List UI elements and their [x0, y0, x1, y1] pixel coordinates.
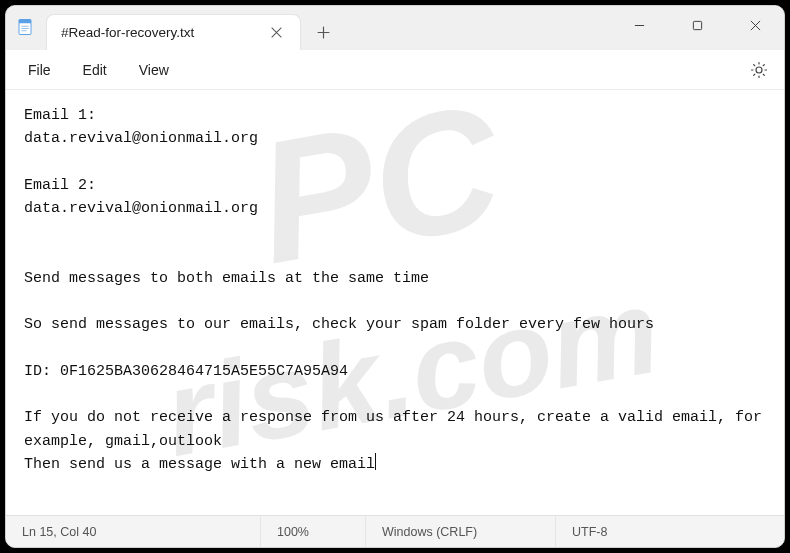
minimize-button[interactable]	[610, 6, 668, 44]
tab-title: #Read-for-recovery.txt	[61, 25, 262, 40]
text-editor[interactable]: Email 1: data.revival@onionmail.org Emai…	[6, 90, 784, 515]
tab-active[interactable]: #Read-for-recovery.txt	[46, 14, 301, 50]
document-text: Email 1: data.revival@onionmail.org Emai…	[24, 107, 771, 473]
svg-rect-5	[693, 21, 701, 29]
menu-file[interactable]: File	[14, 56, 65, 84]
close-icon	[750, 20, 761, 31]
new-tab-button[interactable]	[305, 14, 341, 50]
menu-edit[interactable]: Edit	[69, 56, 121, 84]
titlebar: #Read-for-recovery.txt	[6, 6, 784, 50]
statusbar: Ln 15, Col 40 100% Windows (CRLF) UTF-8	[6, 515, 784, 547]
text-caret	[375, 453, 376, 470]
maximize-icon	[692, 20, 703, 31]
svg-rect-1	[19, 20, 31, 24]
maximize-button[interactable]	[668, 6, 726, 44]
settings-button[interactable]	[742, 53, 776, 87]
status-zoom[interactable]: 100%	[261, 516, 366, 547]
plus-icon	[317, 26, 330, 39]
notepad-icon	[16, 18, 34, 36]
close-window-button[interactable]	[726, 6, 784, 44]
minimize-icon	[634, 20, 645, 31]
close-tab-button[interactable]	[262, 19, 290, 47]
tab-strip: #Read-for-recovery.txt	[40, 6, 610, 50]
status-eol[interactable]: Windows (CRLF)	[366, 516, 556, 547]
close-icon	[271, 27, 282, 38]
menubar: File Edit View	[6, 50, 784, 90]
status-position[interactable]: Ln 15, Col 40	[6, 516, 261, 547]
gear-icon	[750, 61, 768, 79]
menu-view[interactable]: View	[125, 56, 183, 84]
status-encoding[interactable]: UTF-8	[556, 516, 676, 547]
window-controls	[610, 6, 784, 50]
notepad-window: #Read-for-recovery.txt	[5, 5, 785, 548]
